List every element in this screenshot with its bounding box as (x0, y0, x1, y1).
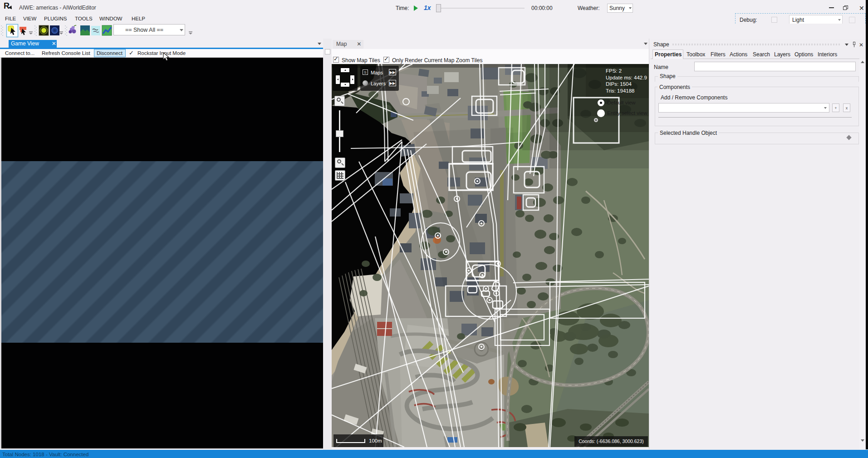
svg-text:== Show All ==: == Show All == (125, 27, 163, 33)
